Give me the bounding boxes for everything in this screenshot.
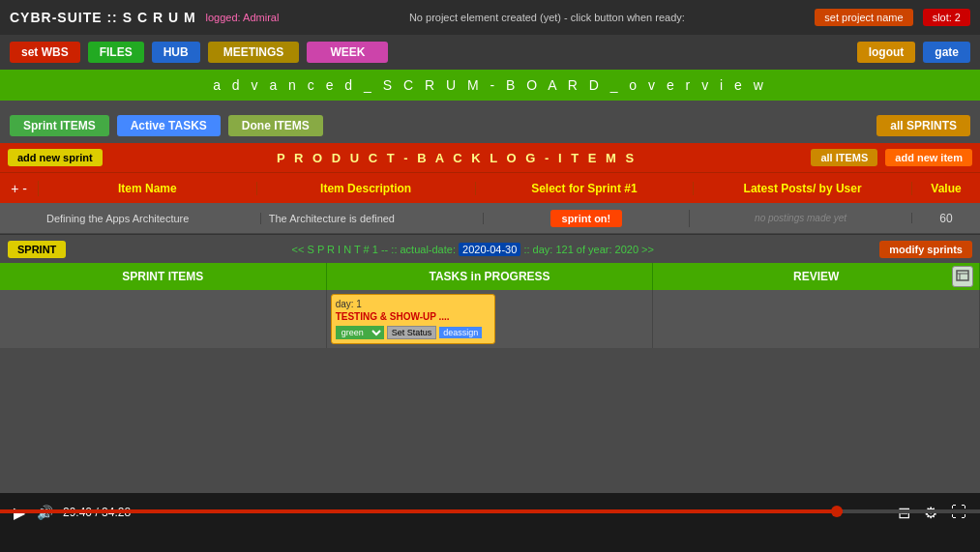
- nav-bar: set WBS FILES HUB MEETINGS WEEK logout g…: [0, 35, 980, 70]
- task-title: TESTING & SHOW-UP ....: [336, 311, 490, 322]
- add-new-item-button[interactable]: add new item: [885, 149, 972, 166]
- secondary-nav: Sprint ITEMS Active TASKS Done ITEMS all…: [0, 108, 980, 143]
- th-item-name: Item Name: [39, 182, 257, 195]
- logout-button[interactable]: logout: [857, 42, 916, 63]
- board-content: day: 1 TESTING & SHOW-UP .... green yell…: [0, 290, 980, 348]
- sprint-label-button[interactable]: SPRINT: [8, 241, 66, 258]
- video-container: CYBR-SUITE :: S C R U M logged: Admiral …: [0, 0, 980, 552]
- sprint-info-prefix: << S P R I N T # 1 -- :: actual-date:: [292, 244, 459, 255]
- progress-bar-fill: [0, 509, 843, 513]
- hub-button[interactable]: HUB: [152, 42, 200, 63]
- sprint-date: 2020-04-30: [459, 243, 520, 256]
- svg-rect-0: [957, 271, 968, 280]
- td-item-name: Defining the Apps Architecture: [39, 213, 261, 224]
- board-col-tasks-content: day: 1 TESTING & SHOW-UP .... green yell…: [327, 290, 654, 348]
- th-value: Value: [912, 182, 980, 195]
- active-tasks-button[interactable]: Active TASKS: [117, 115, 221, 136]
- set-project-button[interactable]: set project name: [815, 9, 912, 26]
- sprint-info: << S P R I N T # 1 -- :: actual-date: 20…: [74, 244, 872, 255]
- board-col-sprint-items-content: [0, 290, 327, 348]
- sprint-info-suffix: :: day: 121 of year: 2020 >>: [523, 244, 654, 255]
- task-day: day: 1: [336, 299, 490, 309]
- set-status-button[interactable]: Set Status: [387, 326, 437, 339]
- gate-button[interactable]: gate: [923, 42, 970, 63]
- board-col-review-content: [653, 290, 980, 348]
- slot-button[interactable]: slot: 2: [923, 9, 970, 26]
- board-col-tasks: TASKS in PROGRESS: [327, 263, 654, 290]
- backlog-bar: add new sprint P R O D U C T - B A C K L…: [0, 143, 980, 172]
- app-title: CYBR-SUITE :: S C R U M: [10, 10, 196, 25]
- td-latest-posts: no postings made yet: [690, 213, 912, 223]
- progress-bar-container[interactable]: [0, 509, 980, 513]
- task-card: day: 1 TESTING & SHOW-UP .... green yell…: [331, 294, 495, 344]
- all-items-button[interactable]: all ITEMS: [811, 149, 877, 166]
- week-button[interactable]: WEEK: [307, 42, 388, 63]
- th-latest-posts: Latest Posts/ by User: [694, 182, 912, 195]
- table-row: Defining the Apps Architecture The Archi…: [0, 203, 980, 234]
- table-header: + - Item Name Item Description Select fo…: [0, 172, 980, 203]
- board-header: SPRINT ITEMS TASKS in PROGRESS REVIEW: [0, 263, 980, 290]
- deassign-button[interactable]: deassign: [439, 327, 482, 338]
- add-sprint-button[interactable]: add new sprint: [8, 149, 103, 166]
- all-sprints-button[interactable]: all SPRINTS: [876, 115, 970, 136]
- meetings-button[interactable]: MEETINGS: [208, 42, 300, 63]
- project-notice: No project element created (yet) - click…: [288, 12, 805, 23]
- td-sprint-btn: sprint on!: [484, 210, 691, 227]
- top-bar: CYBR-SUITE :: S C R U M logged: Admiral …: [0, 0, 980, 35]
- sprint-bar: SPRINT << S P R I N T # 1 -- :: actual-d…: [0, 234, 980, 263]
- td-item-description: The Architecture is defined: [261, 213, 484, 224]
- files-button[interactable]: FILES: [88, 42, 144, 63]
- screen-content: CYBR-SUITE :: S C R U M logged: Admiral …: [0, 0, 980, 493]
- sprint-items-button[interactable]: Sprint ITEMS: [10, 115, 109, 136]
- task-controls: green yellow red Set Status deassign: [336, 326, 490, 339]
- wbs-button[interactable]: set WBS: [10, 42, 80, 63]
- review-label: REVIEW: [793, 270, 839, 283]
- banner-text: a d v a n c e d _ S C R U M - B O A R D …: [213, 77, 767, 93]
- board-col-review: REVIEW: [653, 263, 980, 290]
- done-items-button[interactable]: Done ITEMS: [228, 115, 323, 136]
- banner: a d v a n c e d _ S C R U M - B O A R D …: [0, 70, 980, 101]
- sprint-on-button[interactable]: sprint on!: [550, 210, 623, 227]
- th-plusminus[interactable]: + -: [0, 181, 39, 196]
- modify-sprints-button[interactable]: modify sprints: [879, 241, 972, 258]
- th-select-sprint: Select for Sprint #1: [476, 182, 695, 195]
- td-value: 60: [912, 212, 980, 225]
- task-status-dropdown[interactable]: green yellow red: [336, 326, 384, 339]
- user-info: logged: Admiral: [206, 12, 280, 23]
- review-icon[interactable]: [952, 266, 973, 287]
- backlog-title: P R O D U C T - B A C K L O G - I T E M …: [110, 151, 804, 165]
- board-col-sprint-items: SPRINT ITEMS: [0, 263, 327, 290]
- th-item-description: Item Description: [257, 182, 476, 195]
